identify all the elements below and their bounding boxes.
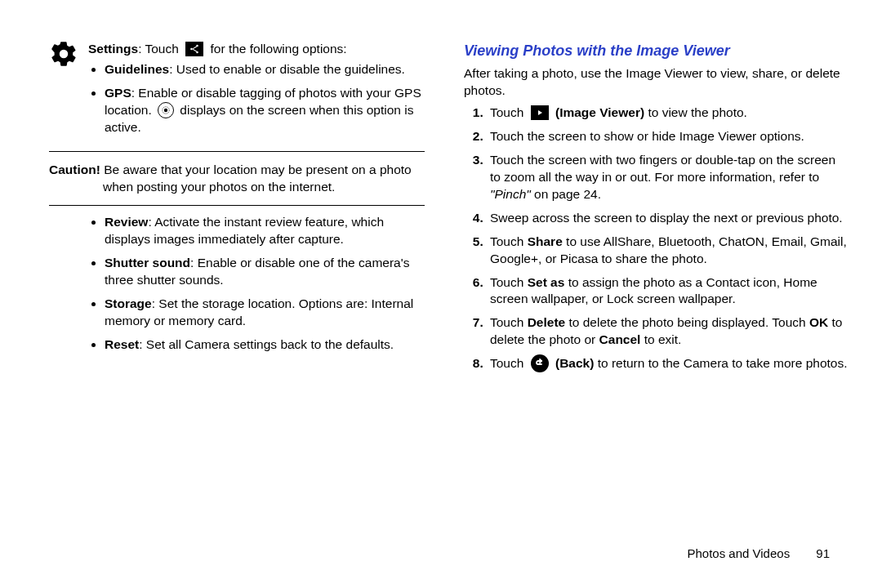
footer-page: 91 (816, 546, 830, 560)
step-3: Touch the screen with two fingers or dou… (487, 152, 849, 203)
bullet-guidelines: Guidelines: Used to enable or disable th… (105, 61, 425, 78)
step-6: Touch Set as to assign the photo as a Co… (487, 274, 849, 309)
divider-bottom (49, 205, 425, 206)
settings-bullets-top: Guidelines: Used to enable or disable th… (88, 61, 425, 136)
svg-point-1 (190, 48, 193, 51)
right-column: Viewing Photos with the Image Viewer Aft… (464, 41, 849, 380)
svg-marker-5 (538, 110, 542, 115)
step-8: Touch (Back) to return to the Camera to … (487, 355, 849, 373)
section-intro: After taking a photo, use the Image View… (464, 65, 849, 100)
page-footer: Photos and Videos 91 (687, 546, 830, 562)
settings-label: Settings (88, 42, 138, 56)
bullet-gps: GPS: Enable or disable tagging of photos… (105, 85, 425, 136)
caution-box: Caution! Be aware that your location may… (49, 160, 425, 198)
gps-dot-icon (158, 102, 174, 118)
section-heading: Viewing Photos with the Image Viewer (464, 41, 849, 60)
steps-list: Touch (Image Viewer) to view the photo. … (464, 105, 849, 373)
step-4: Sweep across the screen to display the n… (487, 210, 849, 227)
left-column: Settings: Touch for the following option… (49, 41, 425, 380)
bullet-review: Review: Activate the instant review feat… (105, 214, 425, 248)
back-icon (531, 354, 549, 372)
step-5: Touch Share to use AllShare, Bluetooth, … (487, 234, 849, 268)
step-7: Touch Delete to delete the photo being d… (487, 314, 849, 349)
footer-section: Photos and Videos (687, 546, 790, 560)
svg-point-3 (164, 108, 167, 111)
svg-point-2 (196, 51, 198, 54)
bullet-shutter: Shutter sound: Enable or disable one of … (105, 255, 425, 289)
settings-row: Settings: Touch for the following option… (49, 41, 425, 143)
svg-point-0 (196, 45, 198, 47)
bullet-reset: Reset: Set all Camera settings back to t… (105, 336, 425, 354)
share-icon (185, 42, 203, 56)
bullet-storage: Storage: Set the storage location. Optio… (105, 296, 425, 330)
step-1: Touch (Image Viewer) to view the photo. (487, 105, 849, 122)
play-icon (531, 105, 549, 120)
settings-line: Settings: Touch for the following option… (88, 41, 425, 58)
divider-top (49, 151, 425, 152)
settings-bullets-bottom: Review: Activate the instant review feat… (88, 214, 425, 353)
gear-icon (49, 39, 78, 69)
step-2: Touch the screen to show or hide Image V… (487, 128, 849, 145)
